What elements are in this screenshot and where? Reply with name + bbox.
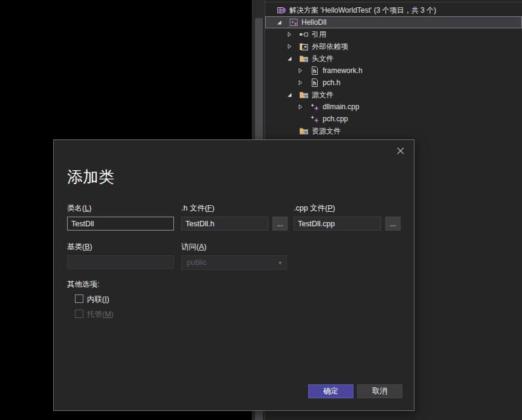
cpp-project-icon xyxy=(289,18,298,27)
tree-row-pch-cpp[interactable]: pch.cpp xyxy=(265,113,522,125)
svg-text:h: h xyxy=(313,68,317,74)
inline-checkbox[interactable] xyxy=(75,294,83,303)
cpp-file-icon xyxy=(310,102,320,112)
filtered-folder-icon xyxy=(299,90,309,100)
chevron-down-icon: ▾ xyxy=(279,259,282,266)
solution-tree: 解决方案 'HelloWorldTest' (3 个项目，共 3 个) Hell… xyxy=(265,2,522,137)
h-file-input[interactable] xyxy=(181,217,268,231)
tree-item-label: 资源文件 xyxy=(312,126,341,136)
class-name-label: 类名(L) xyxy=(67,203,91,214)
tree-item-label: framework.h xyxy=(323,66,362,75)
tree-item-label: 外部依赖项 xyxy=(312,42,348,52)
cancel-button[interactable]: 取消 xyxy=(357,384,402,398)
tree-item-label: 引用 xyxy=(312,30,326,40)
tree-row-header-files[interactable]: 头文件 xyxy=(265,52,522,65)
svg-text:h: h xyxy=(313,80,317,86)
h-file-label: .h 文件(F) xyxy=(181,203,214,214)
cpp-file-browse-button[interactable]: ... xyxy=(385,217,401,231)
inline-checkbox-label[interactable]: 内联(I) xyxy=(87,294,109,305)
access-dropdown-value: public xyxy=(187,258,207,267)
tree-item-label: dllmain.cpp xyxy=(323,103,359,111)
ok-button[interactable]: 确定 xyxy=(308,384,353,398)
access-label: 访问(A) xyxy=(181,242,207,252)
close-icon xyxy=(397,147,404,154)
expanded-arrow-icon[interactable] xyxy=(274,19,284,25)
add-class-dialog: 添加类 类名(L) .h 文件(F) .cpp 文件(P) ... ... 基类… xyxy=(53,139,414,411)
filtered-folder-icon xyxy=(299,126,309,136)
header-file-icon: h xyxy=(310,66,320,75)
base-class-label: 基类(B) xyxy=(67,242,92,252)
tree-row-solution[interactable]: 解决方案 'HelloWorldTest' (3 个项目，共 3 个) xyxy=(265,4,522,16)
tree-item-label: HelloDll xyxy=(301,18,326,27)
tree-row-dllmain-cpp[interactable]: dllmain.cpp xyxy=(265,101,522,113)
close-button[interactable] xyxy=(395,145,406,156)
access-dropdown[interactable]: public ▾ xyxy=(181,255,287,270)
managed-checkbox xyxy=(75,310,83,318)
references-icon xyxy=(299,30,309,39)
tree-row-hellodll[interactable]: HelloDll xyxy=(265,16,522,28)
tree-item-label: pch.h xyxy=(323,78,340,87)
h-file-browse-button[interactable]: ... xyxy=(272,217,288,231)
tree-row-framework-h[interactable]: h framework.h xyxy=(265,65,522,77)
collapsed-arrow-icon[interactable] xyxy=(285,43,294,49)
other-options-heading: 其他选项: xyxy=(67,279,99,290)
solution-icon xyxy=(277,5,286,15)
tree-row-source-files[interactable]: 源文件 xyxy=(265,89,522,101)
filtered-folder-icon xyxy=(299,54,309,63)
cpp-file-input[interactable] xyxy=(294,217,381,231)
tree-row-resource-files[interactable]: 资源文件 xyxy=(265,125,522,137)
collapsed-arrow-icon[interactable] xyxy=(295,68,305,74)
expanded-arrow-icon[interactable] xyxy=(285,92,294,98)
class-name-input[interactable] xyxy=(67,217,174,231)
header-file-icon: h xyxy=(310,78,320,88)
tree-item-label: pch.cpp xyxy=(323,115,348,123)
tree-item-label: 解决方案 'HelloWorldTest' (3 个项目，共 3 个) xyxy=(289,5,436,16)
dialog-title: 添加类 xyxy=(67,167,114,188)
base-class-input[interactable] xyxy=(67,255,174,269)
tree-row-pch-h[interactable]: h pch.h xyxy=(265,77,522,89)
cpp-file-icon xyxy=(310,114,320,124)
tree-row-external-dependencies[interactable]: 外部依赖项 xyxy=(265,40,522,52)
tree-item-label: 头文件 xyxy=(312,54,334,64)
tree-item-label: 源文件 xyxy=(312,90,334,100)
external-dependencies-icon xyxy=(299,42,309,51)
managed-checkbox-label: 托管(M) xyxy=(87,310,114,320)
expanded-arrow-icon[interactable] xyxy=(285,56,294,62)
collapsed-arrow-icon[interactable] xyxy=(295,80,305,86)
collapsed-arrow-icon[interactable] xyxy=(295,104,305,110)
collapsed-arrow-icon[interactable] xyxy=(285,31,294,37)
cpp-file-label: .cpp 文件(P) xyxy=(294,203,335,214)
tree-row-references[interactable]: 引用 xyxy=(265,28,522,40)
